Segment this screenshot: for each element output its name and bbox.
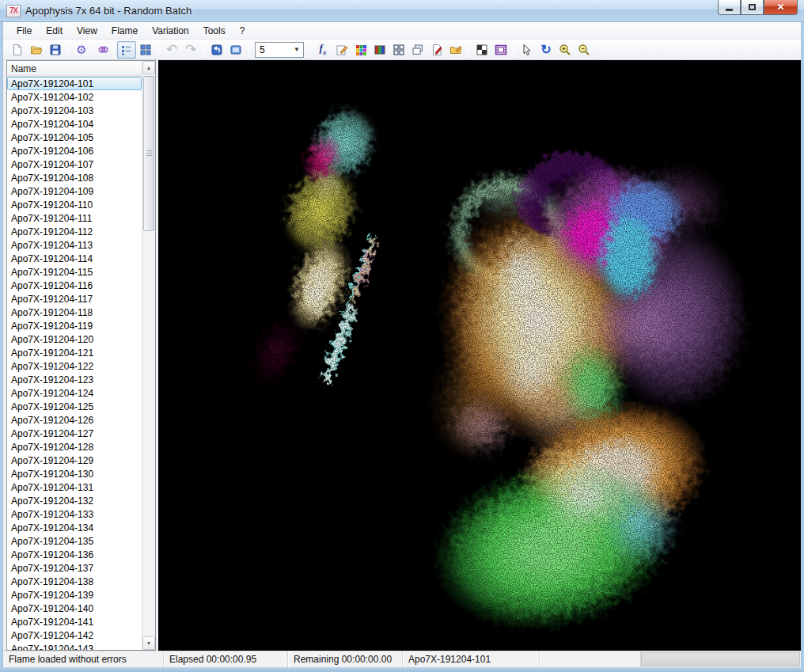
flame-list-item[interactable]: Apo7X-191204-112 (7, 225, 142, 238)
previous-view-button[interactable] (207, 41, 226, 59)
flame-list-item[interactable]: Apo7X-191204-108 (7, 171, 142, 184)
titlebar[interactable]: 7X Apophysis 7x 64 bit - Random Batch ✕ (0, 0, 804, 22)
flame-list-item[interactable]: Apo7X-191204-140 (7, 602, 142, 615)
chevron-down-icon[interactable]: ▼ (290, 43, 303, 57)
random-batch-button[interactable]: ⚙ (72, 41, 91, 59)
flame-list-item[interactable]: Apo7X-191204-120 (7, 332, 142, 346)
flame-list: Apo7X-191204-101Apo7X-191204-102Apo7X-19… (7, 77, 142, 650)
toolbar: ⚙ ⚙⚙ ↶ ↷ 5 ▼ fx (3, 40, 801, 60)
flame-list-item[interactable]: Apo7X-191204-104 (7, 117, 142, 131)
toolbar-separator (68, 42, 69, 58)
flame-list-item[interactable]: Apo7X-191204-121 (7, 346, 142, 359)
flame-list-item[interactable]: Apo7X-191204-132 (7, 494, 142, 507)
transform-editor-button[interactable]: fx (313, 41, 332, 59)
app-icon[interactable]: 7X (6, 5, 21, 17)
flame-list-item[interactable]: Apo7X-191204-124 (7, 386, 142, 400)
menu-variation[interactable]: Variation (145, 23, 195, 39)
flame-list-item[interactable]: Apo7X-191204-107 (7, 158, 142, 171)
flame-list-item[interactable]: Apo7X-191204-118 (7, 306, 142, 319)
flame-list-item[interactable]: Apo7X-191204-136 (7, 548, 142, 561)
flame-list-item[interactable]: Apo7X-191204-111 (7, 211, 142, 225)
menu-tools[interactable]: Tools (196, 23, 233, 39)
menu-edit[interactable]: Edit (39, 23, 70, 39)
select-tool-button[interactable] (518, 41, 537, 59)
batch-size-combobox[interactable]: 5 ▼ (255, 42, 304, 58)
list-view-toggle[interactable] (117, 41, 136, 59)
flame-list-item[interactable]: Apo7X-191204-137 (7, 561, 142, 575)
list-scrollbar[interactable]: ▲ ▼ (142, 61, 155, 650)
flame-list-item[interactable]: Apo7X-191204-131 (7, 480, 142, 494)
save-flame-button[interactable] (46, 41, 65, 59)
window-controls: ✕ (718, 0, 798, 15)
flame-preview-canvas[interactable] (158, 60, 801, 651)
render-flame-button[interactable] (427, 41, 446, 59)
flame-list-item[interactable]: Apo7X-191204-119 (7, 319, 142, 332)
flame-list-item[interactable]: Apo7X-191204-106 (7, 144, 142, 158)
render-all-button[interactable] (491, 41, 510, 59)
flame-list-item[interactable]: Apo7X-191204-116 (7, 279, 142, 292)
zoom-out-button[interactable] (575, 41, 594, 59)
mutate-button[interactable]: ⚙⚙ (91, 41, 110, 59)
flame-list-item[interactable]: Apo7X-191204-138 (7, 575, 142, 588)
flame-list-item[interactable]: Apo7X-191204-114 (7, 252, 142, 265)
flame-list-item[interactable]: Apo7X-191204-133 (7, 507, 142, 521)
save-floppy-icon (49, 44, 62, 56)
flame-list-item[interactable]: Apo7X-191204-129 (7, 454, 142, 467)
minimize-button[interactable] (718, 0, 741, 15)
flame-list-item[interactable]: Apo7X-191204-122 (7, 359, 142, 373)
flame-list-item[interactable]: Apo7X-191204-127 (7, 427, 142, 440)
menu-view[interactable]: View (70, 23, 104, 39)
flame-list-item[interactable]: Apo7X-191204-139 (7, 588, 142, 602)
flame-list-item[interactable]: Apo7X-191204-141 (7, 615, 142, 628)
scroll-down-button[interactable]: ▼ (142, 636, 155, 650)
mutation-button[interactable] (389, 41, 408, 59)
gradient-palette-button[interactable] (351, 41, 370, 59)
flame-list-item[interactable]: Apo7X-191204-130 (7, 467, 142, 480)
flame-list-item[interactable]: Apo7X-191204-142 (7, 628, 142, 642)
flame-list-item[interactable]: Apo7X-191204-123 (7, 373, 142, 386)
flame-list-item[interactable]: Apo7X-191204-102 (7, 90, 142, 104)
redo-button[interactable]: ↷ (181, 41, 200, 59)
scrollbar-thumb[interactable] (143, 76, 154, 231)
flame-list-item[interactable]: Apo7X-191204-134 (7, 521, 142, 534)
flame-list-item[interactable]: Apo7X-191204-101 (7, 77, 142, 90)
undo-button[interactable]: ↶ (162, 41, 181, 59)
flame-list-item[interactable]: Apo7X-191204-103 (7, 104, 142, 117)
render-options-button[interactable] (446, 41, 465, 59)
adjustment-button[interactable] (332, 41, 351, 59)
flame-windows-button[interactable] (408, 41, 427, 59)
flame-list-item[interactable]: Apo7X-191204-115 (7, 265, 142, 279)
new-flame-icon (11, 44, 24, 56)
flame-list-item[interactable]: Apo7X-191204-125 (7, 400, 142, 413)
checkerboard-icon (476, 44, 488, 56)
flame-list-item[interactable]: Apo7X-191204-143 (7, 642, 142, 650)
flame-list-item[interactable]: Apo7X-191204-110 (7, 198, 142, 211)
menu-flame[interactable]: Flame (104, 23, 145, 39)
new-flame-button[interactable] (8, 41, 27, 59)
scroll-up-button[interactable]: ▲ (142, 61, 155, 74)
flame-list-item[interactable]: Apo7X-191204-105 (7, 131, 142, 144)
gradient-bar-icon (374, 44, 386, 56)
transparency-toggle-button[interactable] (472, 41, 491, 59)
gradient-adjust-button[interactable] (370, 41, 389, 59)
list-header-name[interactable]: Name (7, 61, 142, 77)
thumbnail-view-toggle[interactable] (136, 41, 155, 59)
zoom-in-button[interactable] (556, 41, 575, 59)
maximize-button[interactable] (741, 0, 764, 15)
flame-list-item[interactable]: Apo7X-191204-109 (7, 184, 142, 198)
close-button[interactable]: ✕ (764, 0, 798, 15)
content-area: Name Apo7X-191204-101Apo7X-191204-102Apo… (3, 60, 801, 651)
window-border-right (801, 22, 804, 667)
toolbar-separator (468, 42, 469, 58)
open-batch-button[interactable] (27, 41, 46, 59)
flame-list-item[interactable]: Apo7X-191204-113 (7, 238, 142, 252)
flame-list-item[interactable]: Apo7X-191204-128 (7, 440, 142, 454)
menu-file[interactable]: File (9, 23, 39, 39)
flame-list-item[interactable]: Apo7X-191204-126 (7, 413, 142, 427)
fullscreen-preview-button[interactable] (226, 41, 245, 59)
menu-help[interactable]: ? (233, 23, 252, 39)
open-folder-icon (30, 44, 43, 56)
flame-list-item[interactable]: Apo7X-191204-135 (7, 534, 142, 548)
flame-list-item[interactable]: Apo7X-191204-117 (7, 292, 142, 306)
refresh-preview-button[interactable]: ↻ (537, 41, 556, 59)
